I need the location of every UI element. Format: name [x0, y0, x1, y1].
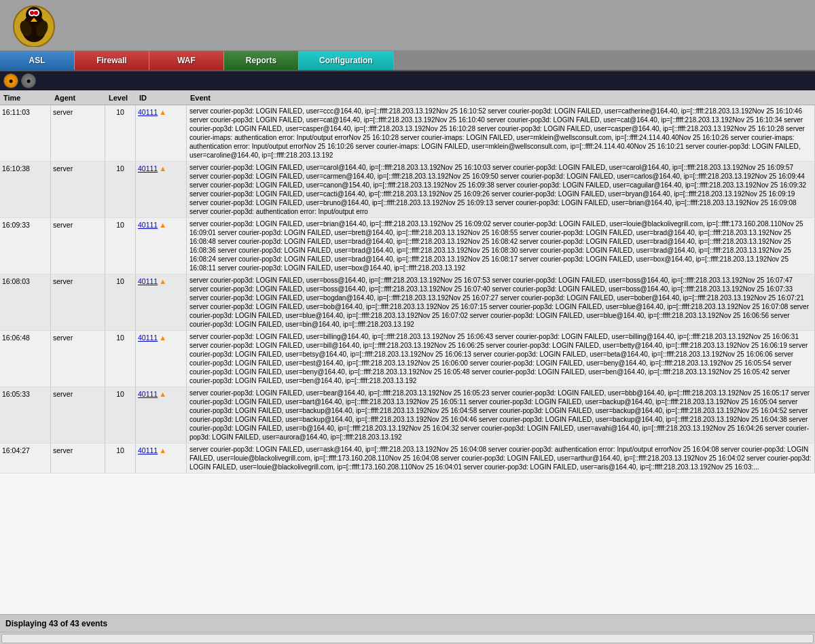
status-text: Displaying 43 of 43 events	[5, 619, 107, 628]
cell-level: 10	[105, 162, 136, 217]
warning-icon: ▲	[159, 221, 166, 229]
svg-point-6	[34, 11, 38, 15]
cell-agent: server	[51, 444, 105, 473]
cell-event: server courier-pop3d: LOGIN FAILED, user…	[187, 387, 815, 443]
log-content[interactable]: 16:11:03 server 10 40111 ▲ server courie…	[0, 105, 815, 614]
id-link[interactable]: 40111	[138, 390, 158, 398]
cell-time: 16:09:33	[0, 218, 51, 274]
cell-id[interactable]: 40111 ▲	[136, 274, 187, 330]
cell-level: 10	[105, 444, 136, 473]
cell-agent: server	[51, 274, 105, 330]
cell-level: 10	[105, 105, 136, 161]
id-link[interactable]: 40111	[138, 221, 158, 229]
table-row: 16:10:38 server 10 40111 ▲ server courie…	[0, 162, 815, 218]
id-link[interactable]: 40111	[138, 108, 158, 116]
warning-icon: ▲	[159, 108, 166, 116]
table-row: 16:09:33 server 10 40111 ▲ server courie…	[0, 218, 815, 274]
col-header-level: Level	[105, 94, 136, 102]
table-row: 16:05:33 server 10 40111 ▲ server courie…	[0, 387, 815, 444]
cell-agent: server	[51, 162, 105, 217]
table-row: 16:11:03 server 10 40111 ▲ server courie…	[0, 105, 815, 162]
table-row: 16:06:48 server 10 40111 ▲ server courie…	[0, 331, 815, 387]
cell-event: server courier-pop3d: LOGIN FAILED, user…	[187, 162, 815, 217]
cell-id[interactable]: 40111 ▲	[136, 387, 187, 443]
id-link[interactable]: 40111	[138, 164, 158, 173]
cell-id[interactable]: 40111 ▲	[136, 218, 187, 274]
cell-event: server courier-pop3d: LOGIN FAILED, user…	[187, 105, 815, 161]
col-header-time: Time	[0, 94, 51, 102]
toolbar: ● ●	[0, 71, 815, 90]
cell-id[interactable]: 40111 ▲	[136, 331, 187, 387]
status-bar: Displaying 43 of 43 events	[0, 614, 815, 632]
warning-icon: ▲	[159, 277, 166, 285]
warning-icon: ▲	[159, 164, 166, 173]
warning-icon: ▲	[159, 390, 166, 398]
cell-time: 16:10:38	[0, 162, 51, 217]
svg-point-5	[30, 11, 34, 15]
cell-event: server courier-pop3d: LOGIN FAILED, user…	[187, 331, 815, 387]
cell-time: 16:11:03	[0, 105, 51, 161]
cell-level: 10	[105, 387, 136, 443]
header	[0, 0, 815, 51]
cell-time: 16:08:03	[0, 274, 51, 330]
cell-agent: server	[51, 331, 105, 387]
app-logo	[7, 3, 68, 47]
cell-time: 16:04:27	[0, 444, 51, 473]
col-header-agent: Agent	[51, 94, 105, 102]
nav-reports[interactable]: Reports	[224, 51, 299, 70]
cell-id[interactable]: 40111 ▲	[136, 444, 187, 473]
table-row: 16:08:03 server 10 40111 ▲ server courie…	[0, 274, 815, 331]
warning-icon: ▲	[159, 446, 166, 454]
warning-icon: ▲	[159, 334, 166, 342]
cell-time: 16:05:33	[0, 387, 51, 443]
cell-id[interactable]: 40111 ▲	[136, 105, 187, 161]
table-row: 16:04:27 server 10 40111 ▲ server courie…	[0, 444, 815, 473]
col-header-id: ID	[136, 94, 187, 102]
cell-level: 10	[105, 331, 136, 387]
cell-event: server courier-pop3d: LOGIN FAILED, user…	[187, 444, 815, 473]
logo-area	[7, 3, 68, 48]
cell-agent: server	[51, 387, 105, 443]
id-link[interactable]: 40111	[138, 277, 158, 285]
cell-agent: server	[51, 105, 105, 161]
nav-firewall[interactable]: Firewall	[75, 51, 149, 70]
col-header-event: Event	[187, 94, 815, 102]
cell-level: 10	[105, 218, 136, 274]
id-link[interactable]: 40111	[138, 334, 158, 342]
cell-event: server courier-pop3d: LOGIN FAILED, user…	[187, 274, 815, 330]
nav-waf[interactable]: WAF	[149, 51, 224, 70]
cell-time: 16:06:48	[0, 331, 51, 387]
navbar: ASL Firewall WAF Reports Configuration	[0, 51, 815, 71]
cell-event: server courier-pop3d: LOGIN FAILED, user…	[187, 218, 815, 274]
horizontal-scrollbar[interactable]	[0, 632, 815, 644]
cell-agent: server	[51, 218, 105, 274]
cell-id[interactable]: 40111 ▲	[136, 162, 187, 217]
cell-level: 10	[105, 274, 136, 330]
scroll-track[interactable]	[1, 634, 814, 643]
nav-asl[interactable]: ASL	[0, 51, 75, 70]
column-headers: Time Agent Level ID Event	[0, 90, 815, 105]
nav-configuration[interactable]: Configuration	[299, 51, 394, 70]
id-link[interactable]: 40111	[138, 446, 158, 454]
toolbar-btn-orange[interactable]: ●	[3, 73, 18, 88]
toolbar-btn-gray[interactable]: ●	[21, 73, 36, 88]
